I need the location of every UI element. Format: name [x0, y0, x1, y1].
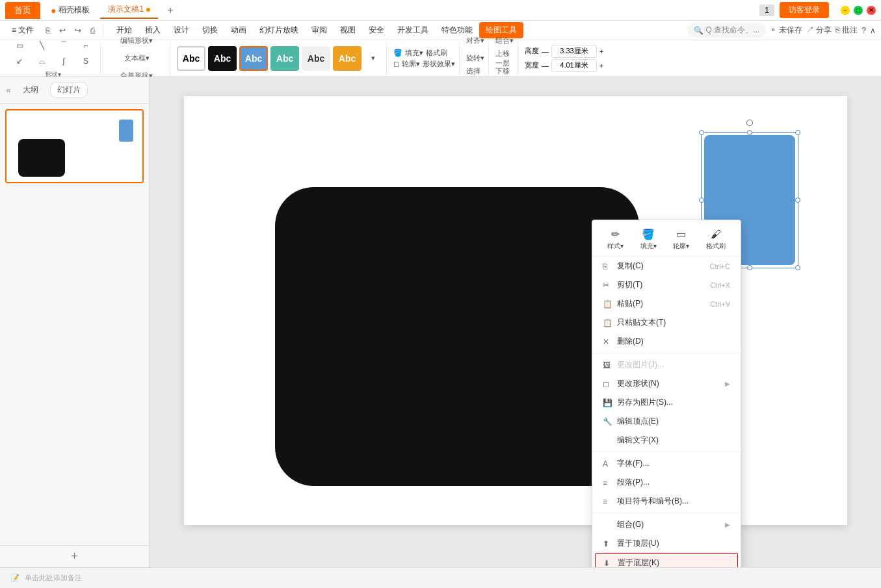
ctx-bullets[interactable]: ≡ 项目符号和编号(B)...: [592, 492, 741, 511]
more-styles-btn[interactable]: ▾: [364, 51, 382, 66]
share-btn[interactable]: ↗ 分享: [806, 25, 832, 36]
plus-width-icon[interactable]: +: [599, 62, 603, 70]
note-bar[interactable]: 📝 单击此处添加备注: [0, 567, 881, 588]
rect-tool[interactable]: ▭: [9, 38, 30, 53]
ctx-delete[interactable]: ✕ 删除(D): [592, 332, 741, 351]
unsaved-status[interactable]: ⚬ 未保存: [770, 25, 802, 36]
icon-print[interactable]: ⎙: [86, 24, 99, 37]
menu-file[interactable]: ≡ 文件: [5, 22, 40, 38]
menu-tab-animate[interactable]: 动画: [224, 22, 253, 38]
ctx-bring-top-label: 置于顶层(U): [617, 538, 659, 549]
tab-home[interactable]: 首页: [5, 2, 40, 19]
ctx-paste-text[interactable]: 📋 只粘贴文本(T): [592, 313, 741, 332]
edit-shape-btn[interactable]: 编辑形状▾: [107, 33, 166, 49]
text-style-0[interactable]: Abc: [177, 46, 205, 71]
group-btn[interactable]: 组合▾: [495, 33, 514, 49]
ctx-change-pic[interactable]: 🖼 更改图片(J)...: [592, 355, 741, 374]
ctx-paragraph[interactable]: ≡ 段落(P)...: [592, 473, 741, 492]
add-tab-button[interactable]: +: [161, 2, 179, 19]
sidebar-tab-slides[interactable]: 幻灯片: [50, 82, 88, 98]
handle-bot-mid[interactable]: [747, 265, 752, 270]
ctx-cut[interactable]: ✂ 剪切(T) Ctrl+X: [592, 275, 741, 294]
doc-name: 演示文稿1: [108, 4, 144, 15]
ctx-edit-vertex[interactable]: 🔧 编辑顶点(E): [592, 412, 741, 431]
handle-bot-right[interactable]: [795, 265, 800, 270]
rotate-btn[interactable]: 旋转▾: [466, 51, 484, 66]
login-button[interactable]: 访客登录: [780, 2, 829, 18]
menu-tab-security[interactable]: 安全: [362, 22, 391, 38]
black-rounded-shape[interactable]: [275, 187, 639, 486]
expand-btn[interactable]: ∧: [870, 26, 876, 35]
text-style-1[interactable]: Abc: [208, 46, 237, 71]
line-tool[interactable]: ╲: [31, 38, 52, 53]
maximize-button[interactable]: □: [854, 6, 863, 15]
ctx-copy[interactable]: ⎘ 复制(C) Ctrl+C: [592, 257, 741, 275]
ctx-style-btn[interactable]: ✏ 样式▾: [603, 227, 627, 252]
ctx-bullets-left: ≡ 项目符号和编号(B)...: [603, 496, 689, 507]
slide-thumbnail-1[interactable]: [5, 109, 144, 183]
outline-label[interactable]: 轮廓▾: [402, 59, 420, 69]
close-button[interactable]: ✕: [867, 6, 876, 15]
zigzag-tool[interactable]: ⌐: [75, 38, 96, 53]
width-input[interactable]: [551, 59, 597, 72]
rotate-handle[interactable]: [746, 120, 753, 126]
icon-new[interactable]: ⎘: [42, 24, 54, 37]
sidebar-tab-outline[interactable]: 大纲: [16, 83, 45, 97]
batch-btn[interactable]: ⎘ 批注: [835, 25, 858, 36]
ctx-change-shape[interactable]: ◻ 更改形状(N) ▶: [592, 374, 741, 393]
ctx-edit-text[interactable]: 编辑文字(X): [592, 431, 741, 450]
add-slide-button[interactable]: +: [0, 545, 149, 567]
curve-tool[interactable]: ⌒: [53, 38, 74, 53]
menu-tab-view[interactable]: 视图: [334, 22, 362, 38]
handle-top-right[interactable]: [795, 130, 800, 135]
scribble-tool[interactable]: S: [75, 53, 96, 69]
ctx-fill-label: 填充▾: [640, 242, 657, 251]
ctx-send-bottom[interactable]: ⬇ 置于底层(K): [595, 553, 738, 567]
menu-tab-review[interactable]: 审阅: [305, 22, 334, 38]
fill-label[interactable]: 填充▾: [405, 48, 423, 58]
ctx-outline-btn[interactable]: ▭ 轮廓▾: [669, 227, 693, 252]
icon-undo[interactable]: ↩: [55, 24, 70, 37]
plus-height-icon[interactable]: +: [599, 47, 603, 55]
align-btn[interactable]: 对齐▾: [466, 33, 484, 49]
text-style-4[interactable]: Abc: [302, 46, 330, 71]
text-style-2[interactable]: Abc: [239, 46, 268, 71]
handle-top-left[interactable]: [699, 130, 704, 135]
separator-1: [103, 25, 103, 36]
tab-template[interactable]: ● 稻壳模板: [43, 2, 98, 18]
search-command[interactable]: 🔍 Q 查找命令、...: [687, 23, 767, 38]
menu-tab-slideshow[interactable]: 幻灯片放映: [253, 22, 305, 38]
arc-tool[interactable]: ⌓: [31, 53, 52, 69]
height-input[interactable]: [551, 45, 597, 58]
help-btn[interactable]: ?: [861, 26, 866, 35]
bezier-tool[interactable]: ∫: [53, 53, 74, 69]
text-style-5[interactable]: Abc: [333, 46, 362, 71]
sidebar-collapse-btn[interactable]: «: [7, 86, 11, 95]
menu-tab-design[interactable]: 设计: [167, 22, 196, 38]
freeform-tool[interactable]: ↙: [9, 53, 30, 69]
handle-mid-left[interactable]: [699, 198, 704, 203]
canvas-area[interactable]: ✏ 样式▾ 🪣 填充▾ ▭ 轮廓▾ 🖌 格式刷: [150, 77, 881, 567]
text-style-3[interactable]: Abc: [270, 46, 299, 71]
ctx-fill-btn[interactable]: 🪣 填充▾: [637, 227, 661, 252]
ctx-save-pic[interactable]: 💾 另存为图片(S)...: [592, 393, 741, 412]
tab-doc[interactable]: 演示文稿1: [100, 1, 158, 19]
handle-top-mid[interactable]: [747, 130, 752, 135]
ctx-edit-vertex-label: 编辑顶点(E): [617, 416, 659, 427]
ctx-font[interactable]: A 字体(F)...: [592, 454, 741, 473]
thumb-black-shape: [18, 139, 65, 177]
format-brush-label[interactable]: 格式刷: [426, 48, 447, 58]
shape-effect-label[interactable]: 形状效果▾: [423, 59, 455, 69]
minimize-button[interactable]: －: [841, 6, 850, 15]
menu-tab-devtools[interactable]: 开发工具: [391, 22, 435, 38]
handle-mid-right[interactable]: [795, 198, 800, 203]
icon-redo[interactable]: ↪: [71, 24, 85, 37]
ctx-fmtbrush-btn[interactable]: 🖌 格式刷: [702, 227, 730, 252]
up-layer-btn[interactable]: 上移一层: [495, 51, 514, 66]
ctx-group[interactable]: 组合(G) ▶: [592, 515, 741, 534]
ctx-send-bottom-left: ⬇ 置于底层(K): [603, 557, 659, 567]
menu-tab-switch[interactable]: 切换: [196, 22, 224, 38]
text-frame-btn[interactable]: 文本框▾: [107, 51, 166, 66]
ctx-bring-top[interactable]: ⬆ 置于顶层(U): [592, 534, 741, 553]
ctx-paste[interactable]: 📋 粘贴(P) Ctrl+V: [592, 294, 741, 313]
